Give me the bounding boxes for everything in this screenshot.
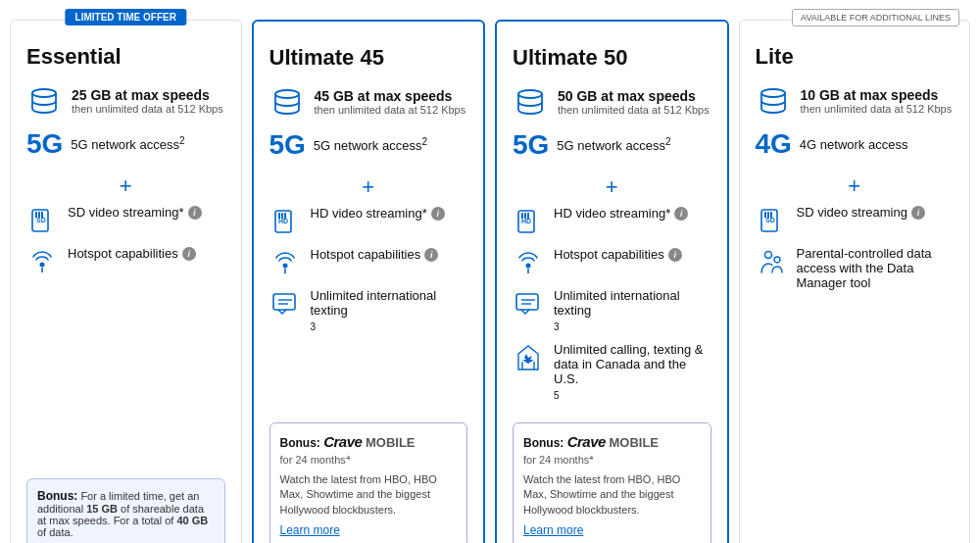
svg-point-36 xyxy=(764,252,771,259)
info-icon-ultimate45-1[interactable]: i xyxy=(424,248,438,262)
feature-row-ultimate45-0: HD HD video streaming* i xyxy=(270,206,468,237)
svg-point-0 xyxy=(32,89,56,97)
network-label-ultimate45: 5G xyxy=(270,131,306,159)
svg-text:SD: SD xyxy=(765,217,775,223)
svg-text:HD: HD xyxy=(278,218,288,224)
plus-sign-ultimate45: + xyxy=(270,174,468,200)
svg-rect-16 xyxy=(273,294,295,310)
data-sub-lite: then unlimited data at 512 Kbps xyxy=(801,103,953,115)
plus-sign-lite: + xyxy=(756,173,955,199)
available-badge-lite: AVAILABLE FOR ADDITIONAL LINES xyxy=(792,9,959,26)
plan-badge-essential: LIMITED TIME OFFER xyxy=(66,9,186,25)
network-label-essential: 5G xyxy=(26,130,63,158)
feature-icon-ultimate50-0: HD xyxy=(513,206,544,237)
network-text-ultimate45: 5G network access2 xyxy=(314,136,427,153)
network-label-ultimate50: 5G xyxy=(513,131,549,159)
feature-icon-essential-1 xyxy=(26,246,58,277)
svg-rect-34 xyxy=(767,212,769,218)
data-icon-essential xyxy=(26,83,62,119)
plan-card-essential: LIMITED TIME OFFEREssential 25 GB at max… xyxy=(10,20,242,543)
svg-point-30 xyxy=(761,89,785,97)
svg-point-19 xyxy=(518,90,542,98)
feature-text-ultimate45-2: Unlimited international texting3 xyxy=(311,288,468,332)
svg-point-14 xyxy=(282,264,287,269)
plan-title-ultimate45: Ultimate 45 xyxy=(270,45,468,71)
data-row-lite: 10 GB at max speeds then unlimited data … xyxy=(756,83,955,119)
feature-text-ultimate50-1: Hotspot capabilities i xyxy=(554,247,682,262)
bonus-box-essential: Bonus: For a limited time, get an additi… xyxy=(26,478,225,543)
network-row-essential: 5G 5G network access2 xyxy=(26,130,225,158)
svg-rect-35 xyxy=(770,212,772,218)
data-row-ultimate50: 50 GB at max speeds then unlimited data … xyxy=(513,84,711,120)
info-icon-essential-0[interactable]: i xyxy=(188,206,202,220)
network-text-essential: 5G network access2 xyxy=(71,135,184,152)
feature-text-ultimate45-0: HD video streaming* i xyxy=(311,206,445,221)
feature-icon-ultimate50-2 xyxy=(513,288,544,320)
bonus-label-ultimate50: Bonus: xyxy=(523,436,567,450)
feature-icon-lite-1 xyxy=(756,246,787,277)
info-icon-ultimate50-1[interactable]: i xyxy=(668,248,682,262)
feature-row-ultimate50-0: HD HD video streaming* i xyxy=(513,206,711,237)
data-amount-ultimate45: 45 GB at max speeds xyxy=(315,88,466,104)
data-amount-essential: 25 GB at max speeds xyxy=(72,87,223,103)
feature-text-lite-1: Parental-controlled data access with the… xyxy=(797,246,955,290)
data-row-essential: 25 GB at max speeds then unlimited data … xyxy=(26,83,225,119)
data-amount-lite: 10 GB at max speeds xyxy=(801,87,953,103)
data-sub-essential: then unlimited data at 512 Kbps xyxy=(72,103,223,115)
plan-title-lite: Lite xyxy=(756,44,955,70)
bonus-months-ultimate50: for 24 months⁴ xyxy=(523,454,701,467)
plan-title-ultimate50: Ultimate 50 xyxy=(513,45,711,71)
learn-more-ultimate45[interactable]: Learn more xyxy=(280,523,340,537)
feature-row-lite-0: SD SD video streaming i xyxy=(756,205,955,236)
svg-rect-12 xyxy=(281,213,283,219)
info-icon-essential-1[interactable]: i xyxy=(182,247,196,261)
plan-card-ultimate45: Ultimate 45 45 GB at max speeds then unl… xyxy=(252,20,486,543)
svg-rect-27 xyxy=(516,294,538,310)
svg-rect-11 xyxy=(278,213,280,219)
data-sub-ultimate50: then unlimited data at 512 Kbps xyxy=(558,104,710,116)
plans-container: LIMITED TIME OFFEREssential 25 GB at max… xyxy=(10,20,970,543)
svg-point-25 xyxy=(526,264,531,269)
bonus-box-ultimate45: Bonus: Crave MOBILE for 24 months⁴ Watch… xyxy=(270,422,468,543)
data-row-ultimate45: 45 GB at max speeds then unlimited data … xyxy=(270,84,468,120)
info-icon-ultimate50-0[interactable]: i xyxy=(674,207,688,221)
feature-text-ultimate50-2: Unlimited international texting3 xyxy=(554,288,711,332)
feature-row-essential-1: Hotspot capabilities i xyxy=(26,246,225,277)
feature-icon-essential-0: SD xyxy=(26,205,58,236)
data-icon-ultimate50 xyxy=(513,84,548,120)
feature-row-ultimate50-2: Unlimited international texting3 xyxy=(513,288,711,332)
network-text-ultimate50: 5G network access2 xyxy=(557,136,670,153)
feature-icon-ultimate45-0: HD xyxy=(270,206,301,237)
bonus-label-essential: Bonus: xyxy=(37,489,77,503)
feature-icon-ultimate50-3 xyxy=(513,342,544,373)
svg-point-6 xyxy=(40,263,45,268)
info-icon-lite-0[interactable]: i xyxy=(911,206,925,220)
data-amount-ultimate50: 50 GB at max speeds xyxy=(558,88,710,104)
svg-text:HD: HD xyxy=(521,218,531,224)
plus-sign-ultimate50: + xyxy=(513,174,711,200)
feature-row-ultimate50-3: Unlimited calling, texting & data in Can… xyxy=(513,342,711,401)
feature-icon-lite-0: SD xyxy=(756,205,787,236)
network-row-ultimate45: 5G 5G network access2 xyxy=(270,131,468,159)
network-text-lite: 4G network access xyxy=(800,137,908,152)
svg-rect-33 xyxy=(764,212,766,218)
feature-row-ultimate45-1: Hotspot capabilities i xyxy=(270,247,468,278)
svg-rect-22 xyxy=(521,213,523,219)
data-icon-ultimate45 xyxy=(270,84,305,120)
svg-point-8 xyxy=(275,90,299,98)
network-row-lite: 4G 4G network access xyxy=(756,130,955,158)
svg-rect-24 xyxy=(527,213,529,219)
feature-text-ultimate50-3: Unlimited calling, texting & data in Can… xyxy=(554,342,711,401)
feature-text-ultimate45-1: Hotspot capabilities i xyxy=(311,247,439,262)
info-icon-ultimate45-0[interactable]: i xyxy=(431,207,445,221)
bonus-desc-ultimate45: Watch the latest from HBO, HBO Max, Show… xyxy=(280,472,458,518)
feature-text-essential-0: SD video streaming* i xyxy=(68,205,202,220)
feature-text-ultimate50-0: HD video streaming* i xyxy=(554,206,688,221)
plan-card-lite: AVAILABLE FOR ADDITIONAL LINESLite 10 GB… xyxy=(739,20,971,543)
svg-rect-5 xyxy=(41,212,43,218)
network-label-lite: 4G xyxy=(756,130,792,158)
feature-icon-ultimate45-1 xyxy=(270,247,301,278)
svg-text:SD: SD xyxy=(36,217,46,223)
learn-more-ultimate50[interactable]: Learn more xyxy=(523,523,583,537)
bonus-desc-ultimate50: Watch the latest from HBO, HBO Max, Show… xyxy=(523,472,701,518)
